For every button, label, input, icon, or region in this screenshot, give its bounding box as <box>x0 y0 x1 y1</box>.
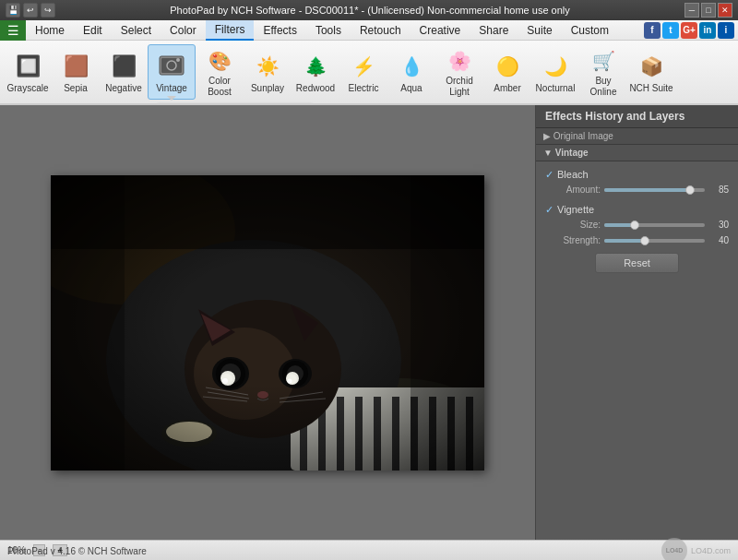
toolbar-sunplay[interactable]: ☀️ Sunplay <box>244 44 292 100</box>
save-button[interactable]: 💾 <box>6 3 20 18</box>
vintage-icon <box>157 52 186 81</box>
menubar: ☰ Home Edit Select Color Filters Effects… <box>0 20 738 41</box>
nchsuite-icon: 📦 <box>637 52 666 81</box>
bleach-amount-label: Amount: <box>545 185 601 195</box>
grayscale-icon: 🔲 <box>13 52 42 81</box>
bleach-label: ✓Bleach <box>545 169 729 181</box>
vignette-group: ✓Vignette Size: 30 Strength: <box>545 204 729 245</box>
menu-suite[interactable]: Suite <box>518 20 561 41</box>
effects-panel: Effects History and Layers ▶ Original Im… <box>535 105 738 540</box>
vignette-size-value: 30 <box>708 220 729 230</box>
menu-tools[interactable]: Tools <box>306 20 351 41</box>
vignette-strength-slider[interactable] <box>604 239 705 243</box>
bleach-thumb[interactable] <box>685 185 695 195</box>
original-image-section[interactable]: ▶ Original Image <box>536 128 738 145</box>
undo-button[interactable]: ↩ <box>23 3 38 18</box>
buyonline-icon: 🛒 <box>589 48 618 74</box>
colorboost-icon: 🎨 <box>205 48 234 74</box>
bleach-amount-row: Amount: 85 <box>545 185 729 195</box>
bleach-group: ✓Bleach Amount: 85 <box>545 169 729 195</box>
filters-toolbar: 🔲 Grayscale 🟫 Sepia ⬛ Negative Vintage 🎨… <box>0 41 738 105</box>
main-content: Effects History and Layers ▶ Original Im… <box>0 105 738 540</box>
menu-edit[interactable]: Edit <box>74 20 112 41</box>
redo-button[interactable]: ↪ <box>41 3 55 18</box>
negative-label: Negative <box>105 83 141 94</box>
toolbar-negative[interactable]: ⬛ Negative <box>100 44 148 100</box>
toolbar-buyonline[interactable]: 🛒 Buy Online <box>579 44 627 100</box>
photo-canvas <box>51 175 484 471</box>
close-button[interactable]: ✕ <box>718 3 732 18</box>
orchidlight-label: Orchid Light <box>437 76 482 98</box>
negative-icon: ⬛ <box>109 52 138 81</box>
vignette-strength-label: Strength: <box>545 235 601 245</box>
menu-effects[interactable]: Effects <box>254 20 305 41</box>
amber-icon: 🟡 <box>493 52 522 81</box>
electric-label: Electric <box>349 83 379 94</box>
toolbar-sepia[interactable]: 🟫 Sepia <box>52 44 100 100</box>
toolbar-vintage[interactable]: Vintage <box>148 44 196 100</box>
maximize-button[interactable]: □ <box>701 3 716 18</box>
menu-retouch[interactable]: Retouch <box>351 20 411 41</box>
colorboost-label: Color Boost <box>197 76 242 98</box>
svg-rect-47 <box>411 175 484 471</box>
twitter-icon[interactable]: t <box>662 22 679 39</box>
toolbar-colorboost[interactable]: 🎨 Color Boost <box>196 44 244 100</box>
bleach-fill <box>604 188 690 192</box>
sepia-label: Sepia <box>64 83 88 94</box>
menu-home[interactable]: Home <box>26 20 74 41</box>
toolbar-nocturnal[interactable]: 🌙 Nocturnal <box>531 44 579 100</box>
toolbar-electric[interactable]: ⚡ Electric <box>339 44 387 100</box>
copyright-text: PhotoPad v 4.16 © NCH Software <box>7 546 147 556</box>
watermark: LO4D LO4D.com <box>661 538 731 561</box>
grayscale-label: Grayscale <box>6 83 48 94</box>
toolbar-amber[interactable]: 🟡 Amber <box>483 44 531 100</box>
vintage-label: Vintage <box>156 83 187 94</box>
menu-share[interactable]: Share <box>470 20 518 41</box>
aqua-label: Aqua <box>400 83 422 94</box>
hamburger-menu[interactable]: ☰ <box>0 20 26 41</box>
menu-select[interactable]: Select <box>112 20 161 41</box>
vintage-section[interactable]: ▼ Vintage <box>536 145 738 161</box>
svg-point-3 <box>176 58 180 62</box>
window-title: PhotoPad by NCH Software - DSC00011* - (… <box>55 5 684 16</box>
toolbar-grayscale[interactable]: 🔲 Grayscale <box>4 44 52 100</box>
bleach-amount-slider[interactable] <box>604 188 705 192</box>
menu-creative[interactable]: Creative <box>411 20 470 41</box>
google-icon[interactable]: G+ <box>681 22 697 39</box>
toolbar-aqua[interactable]: 💧 Aqua <box>387 44 435 100</box>
watermark-text: LO4D.com <box>691 546 731 555</box>
toolbar-nchsuite[interactable]: 📦 NCH Suite <box>627 44 675 100</box>
menu-filters[interactable]: Filters <box>206 20 255 41</box>
vignette-label: ✓Vignette <box>545 204 729 216</box>
nchsuite-label: NCH Suite <box>629 83 673 94</box>
vignette-strength-row: Strength: 40 <box>545 235 729 245</box>
toolbar-redwood[interactable]: 🌲 Redwood <box>292 44 339 100</box>
nocturnal-label: Nocturnal <box>536 83 576 94</box>
amber-label: Amber <box>494 83 520 94</box>
canvas-area[interactable] <box>0 105 535 540</box>
menu-color[interactable]: Color <box>161 20 206 41</box>
vignette-strength-value: 40 <box>708 235 729 245</box>
redwood-icon: 🌲 <box>301 52 330 81</box>
electric-icon: ⚡ <box>349 52 378 81</box>
facebook-icon[interactable]: f <box>644 22 661 39</box>
quick-access-toolbar: 💾 ↩ ↪ <box>6 3 55 18</box>
linkedin-icon[interactable]: in <box>699 22 716 39</box>
vignette-size-thumb[interactable] <box>630 220 639 230</box>
bleach-value: 85 <box>708 185 729 195</box>
svg-rect-46 <box>51 175 125 471</box>
vignette-size-label: Size: <box>545 220 601 230</box>
toolbar-orchidlight[interactable]: 🌸 Orchid Light <box>435 44 483 100</box>
vignette-strength-thumb[interactable] <box>640 236 649 245</box>
watermark-circle: LO4D <box>661 538 687 561</box>
sepia-icon: 🟫 <box>61 52 90 81</box>
sunplay-icon: ☀️ <box>253 52 282 81</box>
vintage-effects-content: ✓Bleach Amount: 85 ✓Vignette Size: <box>536 161 738 288</box>
menu-custom[interactable]: Custom <box>562 20 618 41</box>
vignette-size-slider[interactable] <box>604 223 705 227</box>
buyonline-label: Buy Online <box>581 76 625 98</box>
reset-button[interactable]: Reset <box>595 253 679 273</box>
minimize-button[interactable]: ─ <box>684 3 699 18</box>
vignette-size-row: Size: 30 <box>545 220 729 230</box>
info-icon[interactable]: i <box>718 22 734 39</box>
